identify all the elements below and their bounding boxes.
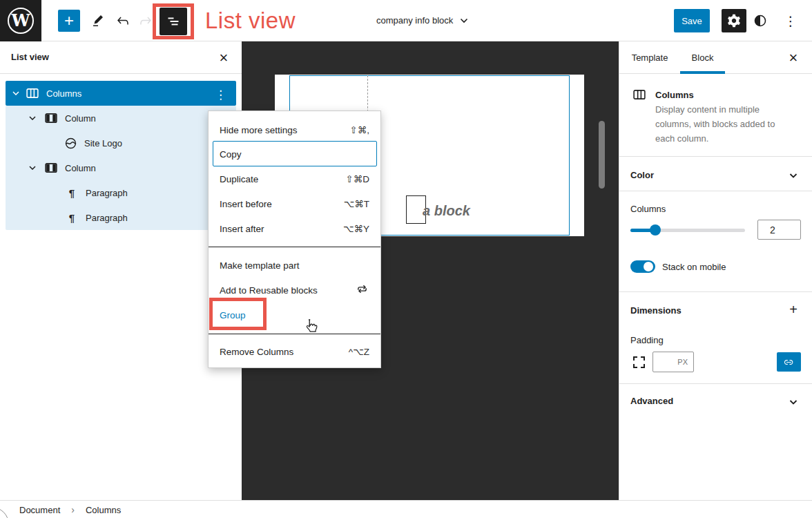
styles-button[interactable]: [753, 13, 768, 28]
menu-item-label: Copy: [220, 149, 242, 160]
breadcrumb-columns[interactable]: Columns: [86, 505, 121, 515]
wordpress-w-icon: W: [8, 8, 34, 34]
tree-row-label: Columns: [46, 88, 81, 99]
close-list-view-button[interactable]: ×: [214, 48, 233, 68]
tree-row-label: Column: [65, 163, 96, 173]
breadcrumb: Document › Columns: [19, 504, 121, 515]
tree-row-columns[interactable]: Columns ⋮: [6, 81, 236, 106]
menu-item-shortcut: ⇧⌘,: [349, 124, 369, 135]
menu-item-make-template-part[interactable]: Make template part: [209, 253, 380, 278]
sidebar-tabs: Template Block ×: [619, 41, 812, 74]
tab-label: Block: [692, 52, 714, 63]
tab-template[interactable]: Template: [619, 41, 680, 74]
chevron-down-icon: [789, 400, 798, 405]
close-sidebar-button[interactable]: ×: [784, 48, 803, 68]
menu-item-insert-before[interactable]: Insert before ⌥⌘T: [209, 191, 380, 216]
canvas-scrollbar[interactable]: [599, 121, 605, 189]
column-block-icon: [44, 113, 58, 123]
columns-count-input[interactable]: [757, 220, 801, 240]
stack-on-mobile-label: Stack on mobile: [662, 262, 726, 272]
menu-item-label: Add to Reusable blocks: [220, 285, 318, 296]
document-title-button[interactable]: company info block: [376, 15, 468, 26]
menu-item-insert-after[interactable]: Insert after ⌥⌘Y: [209, 216, 380, 241]
padding-sides-icon[interactable]: [633, 356, 645, 368]
corner-circle-decoration: [0, 507, 9, 518]
menu-item-label: Group: [220, 310, 246, 320]
row-options-button[interactable]: ⋮: [215, 88, 226, 102]
settings-button[interactable]: [722, 9, 746, 32]
advanced-section-title: Advanced: [630, 396, 673, 406]
tree-row-label: Site Logo: [84, 138, 122, 148]
undo-button[interactable]: [115, 12, 131, 29]
mouse-cursor-hand: [302, 318, 320, 338]
menu-item-shortcut: ^⌥Z: [349, 346, 369, 357]
menu-item-duplicate[interactable]: Duplicate ⇧⌘D: [209, 166, 380, 191]
menu-item-shortcut: ⌥⌘Y: [343, 223, 369, 234]
list-view-highlight-box: [153, 3, 194, 39]
stack-on-mobile-toggle[interactable]: [630, 260, 655, 273]
collapse-chevron-icon[interactable]: [11, 91, 21, 95]
redo-button-disabled[interactable]: [137, 12, 154, 29]
editor-footer: Document › Columns: [0, 500, 812, 518]
tab-block[interactable]: Block: [680, 41, 725, 74]
tree-row-column-1[interactable]: Column: [6, 106, 236, 131]
padding-value-input[interactable]: PX: [652, 352, 694, 372]
tree-row-paragraph-2[interactable]: ¶ Paragraph: [6, 205, 236, 230]
menu-item-label: Hide more settings: [220, 125, 298, 135]
plus-icon: +: [64, 11, 74, 30]
collapse-chevron-icon[interactable]: [28, 116, 37, 120]
collapse-chevron-icon[interactable]: [28, 166, 37, 170]
columns-count-slider[interactable]: [630, 229, 745, 232]
wordpress-logo[interactable]: W: [0, 0, 41, 41]
tree-row-label: Paragraph: [86, 213, 128, 223]
advanced-section-toggle[interactable]: [788, 396, 799, 407]
paragraph-icon: ¶: [65, 187, 79, 199]
settings-sidebar: Template Block × Columns Display content…: [619, 41, 812, 500]
dimensions-section-title: Dimensions: [630, 305, 682, 316]
list-view-annotation-label: List view: [205, 8, 296, 34]
menu-item-label: Insert before: [220, 199, 272, 209]
columns-block-icon: [26, 88, 39, 98]
chevron-down-icon: [789, 173, 798, 178]
link-sides-button[interactable]: [777, 352, 801, 372]
menu-item-shortcut: ⌥⌘T: [344, 198, 369, 209]
columns-count-label: Columns: [630, 204, 666, 214]
editor-topbar: W + List view company info block: [0, 0, 812, 41]
wordpress-block-editor: a block W + List v: [0, 0, 812, 518]
undo-icon: [115, 12, 131, 29]
divider: [619, 191, 812, 191]
tab-label: Template: [632, 52, 668, 63]
slider-thumb[interactable]: [650, 224, 661, 236]
site-logo-icon: [64, 137, 77, 149]
block-card-title: Columns: [655, 90, 694, 100]
pencil-icon: [90, 12, 106, 29]
save-button[interactable]: Save: [674, 9, 710, 32]
padding-unit: PX: [677, 358, 688, 366]
toggle-knob: [644, 262, 653, 271]
menu-item-copy[interactable]: Copy: [209, 142, 380, 166]
menu-item-remove-columns[interactable]: Remove Columns ^⌥Z: [209, 339, 380, 364]
chevron-down-icon: [460, 18, 468, 23]
reusable-block-icon: [355, 282, 369, 298]
list-view-button[interactable]: [160, 8, 187, 35]
menu-separator: [209, 247, 380, 247]
column-block-icon: [44, 163, 58, 173]
tools-button[interactable]: [90, 12, 106, 29]
options-menu-button[interactable]: ⋮: [780, 10, 801, 32]
tree-row-site-logo[interactable]: Site Logo: [6, 131, 236, 155]
block-inserter-button[interactable]: +: [58, 10, 80, 32]
menu-item-label: Make template part: [220, 260, 300, 271]
dimensions-add-button[interactable]: +: [788, 304, 799, 315]
color-section-toggle[interactable]: [788, 170, 799, 181]
columns-block-icon: [632, 90, 646, 99]
menu-item-group[interactable]: Group: [209, 303, 380, 327]
kebab-icon: ⋮: [784, 13, 798, 29]
paragraph-placeholder-text[interactable]: a block: [423, 203, 470, 219]
tree-row-paragraph-1[interactable]: ¶ Paragraph: [6, 180, 236, 205]
list-view-panel-title: List view: [11, 52, 49, 62]
menu-item-hide-more-settings[interactable]: Hide more settings ⇧⌘,: [209, 117, 380, 142]
tree-row-label: Paragraph: [86, 188, 128, 198]
tree-row-column-2[interactable]: Column: [6, 155, 236, 180]
paragraph-icon: ¶: [65, 212, 79, 224]
breadcrumb-document[interactable]: Document: [19, 505, 60, 515]
